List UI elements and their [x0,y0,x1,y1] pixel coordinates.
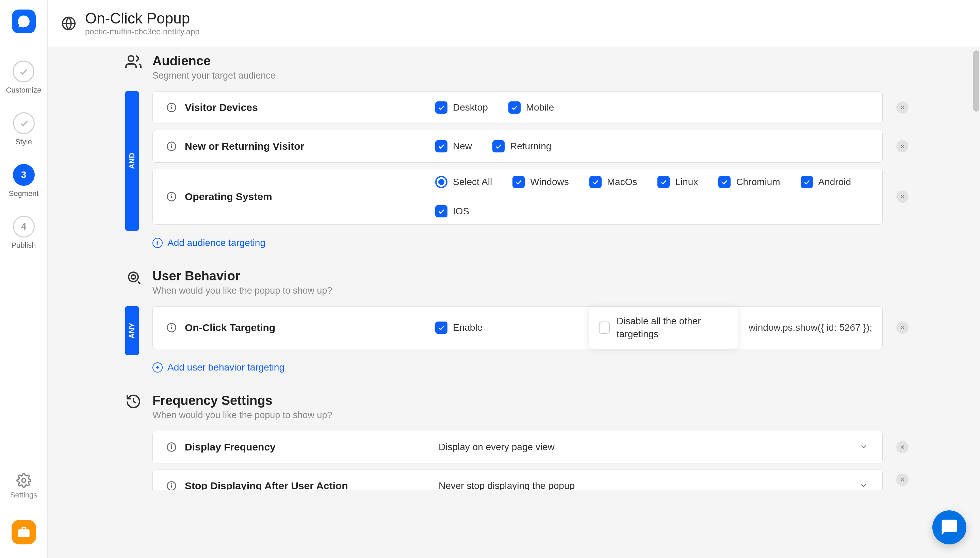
behavior-title: User Behavior [153,269,332,284]
checkbox-mobile[interactable]: Mobile [508,102,554,114]
info-icon[interactable] [166,102,177,113]
nav-segment[interactable]: 3 Segment [8,164,38,198]
radio-select-all[interactable]: Select All [435,176,492,188]
onclick-code: window.ps.show({ id: 5267 }); [749,321,872,334]
check-icon [660,178,667,186]
frequency-title: Frequency Settings [153,393,332,408]
section-audience: Audience Segment your target audience AN… [125,54,909,248]
app-logo[interactable] [12,10,36,33]
nav-style-label: Style [15,138,32,146]
nav-segment-label: Segment [8,189,38,198]
nav-publish-label: Publish [11,241,36,250]
add-audience-targeting[interactable]: Add audience targeting [153,238,909,248]
chat-fab[interactable] [932,510,966,544]
info-icon[interactable] [166,442,177,452]
check-icon [19,118,29,128]
close-icon [900,143,906,149]
checkbox-windows[interactable]: Windows [512,176,569,188]
check-icon [592,178,599,186]
header: On-Click Popup poetic-muffin-cbc3ee.netl… [48,0,980,47]
chat-icon [940,518,959,537]
nav-settings-label: Settings [10,491,38,499]
checkbox-macos[interactable]: MacOs [589,176,637,188]
nav-publish-num: 4 [13,216,35,238]
nav-style[interactable]: Style [13,112,35,146]
checkbox-new[interactable]: New [435,140,472,153]
nav-customize[interactable]: Customize [6,61,41,95]
checkbox-chromium[interactable]: Chromium [718,176,780,188]
nav-settings[interactable]: Settings [10,473,38,499]
remove-button[interactable] [896,102,909,114]
rule-stop-after-action: Stop Displaying After User Action Never … [153,469,909,490]
remove-button[interactable] [896,441,909,453]
content: Audience Segment your target audience AN… [105,47,926,558]
info-icon[interactable] [166,481,177,490]
check-icon [495,143,502,150]
remove-button[interactable] [896,190,909,203]
info-icon[interactable] [166,323,177,333]
check-icon [438,208,445,215]
upgrade-button[interactable] [11,520,36,544]
rule-name: Operating System [185,191,272,202]
rule-display-frequency: Display Frequency Display on every page … [153,431,909,463]
nav-customize-label: Customize [6,86,41,95]
close-icon [900,105,906,111]
section-frequency: Frequency Settings When would you like t… [125,393,909,490]
check-icon [721,178,728,186]
remove-button[interactable] [896,140,909,153]
rule-name: On-Click Targeting [185,322,275,333]
add-behavior-targeting[interactable]: Add user behavior targeting [153,362,909,373]
frequency-subtitle: When would you like the popup to show up… [153,410,332,420]
remove-button[interactable] [896,322,909,334]
checkbox-ios[interactable]: IOS [435,205,469,217]
section-behavior: User Behavior When would you like the po… [125,269,909,373]
close-icon [900,325,906,331]
briefcase-icon [17,525,31,539]
page-subtitle: poetic-muffin-cbc3ee.netlify.app [85,27,200,36]
scrollbar[interactable] [973,50,979,112]
info-icon[interactable] [166,192,177,202]
rule-name: Visitor Devices [185,102,258,113]
checkbox-enable[interactable]: Enable [435,322,483,334]
rule-operating-system: Operating System Select All Windows MacO… [153,169,909,225]
combinator-any: ANY [125,306,139,355]
left-rail: Customize Style 3 Segment 4 Publish Sett… [0,0,48,558]
rule-name: New or Returning Visitor [185,141,304,152]
display-frequency-select[interactable]: Display on every page view [425,431,882,463]
checkbox-disable-others[interactable] [599,322,610,334]
close-icon [900,194,906,200]
check-icon [18,66,29,77]
plus-icon [153,238,163,248]
check-icon [515,178,522,186]
combinator-and: AND [125,91,139,231]
disable-targetings-label: Disable all the other targetings [617,315,728,341]
info-icon[interactable] [166,141,177,151]
audience-subtitle: Segment your target audience [153,71,276,81]
disable-targetings-card[interactable]: Disable all the other targetings [589,307,739,349]
check-icon [438,104,445,111]
audience-title: Audience [153,54,276,68]
stop-after-select[interactable]: Never stop displaying the popup [425,470,882,490]
svg-point-20 [131,275,135,279]
frequency-icon [125,393,142,410]
svg-point-0 [22,479,26,483]
checkbox-returning[interactable]: Returning [492,140,551,153]
chevron-down-icon [859,481,869,490]
check-icon [803,178,811,186]
svg-point-2 [128,56,134,61]
checkbox-linux[interactable]: Linux [657,176,698,188]
plus-icon [153,363,163,373]
check-icon [438,143,445,150]
close-icon [900,444,906,450]
checkbox-desktop[interactable]: Desktop [435,102,488,114]
checkbox-android[interactable]: Android [801,176,851,188]
nav-segment-num: 3 [13,164,35,186]
chevron-down-icon [859,442,869,452]
rule-onclick-targeting: On-Click Targeting Enable Disable all th… [153,306,909,349]
audience-icon [125,54,142,71]
rule-visitor-devices: Visitor Devices Desktop Mobile [153,91,909,124]
nav-publish[interactable]: 4 Publish [11,216,36,250]
remove-button[interactable] [896,474,909,486]
check-icon [438,324,445,332]
rule-name: Stop Displaying After User Action [185,480,348,490]
